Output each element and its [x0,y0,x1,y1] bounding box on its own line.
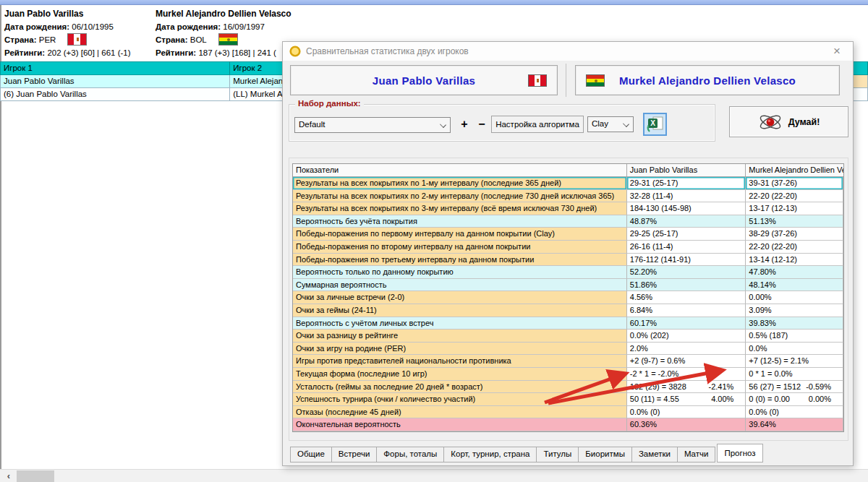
stat-row[interactable]: Победы-поражения по второму интервалу на… [293,241,843,254]
close-icon[interactable]: × [830,44,844,59]
dialog-tab-bar: ОбщиеВстречиФоры, тоталыКорт, турнир, ст… [290,444,763,462]
chevron-down-icon [440,121,446,128]
stat-value: 0.0% [746,343,843,356]
stat-value: 0.0% (202) [627,330,746,343]
player1-dob-line: Дата рождения: 06/10/1995 [4,20,131,33]
stat-value: 13-17 (12-13) [746,202,843,215]
stat-label: Очки за игру на родине (PER) [293,343,627,356]
horizontal-scrollbar[interactable]: ‹ [0,469,868,482]
stat-label: Очки за геймы (24-11) [293,304,627,317]
stat-value: 56 (27) = 1512-0.59% [746,381,843,394]
dialog-tab[interactable]: Матчи [678,447,716,462]
stat-value: 0 (0) = 0.000.00% [746,393,843,406]
stat-row[interactable]: Результаты на всех покрытиях по 1-му инт… [293,177,843,190]
stat-row[interactable]: Вероятность без учёта покрытия48.87%51.1… [293,215,843,228]
player2-ratings-line: Рейтинги: 187 (+3) [168] | 241 ( [156,46,292,59]
stat-value: +7 (12-5) = 2.1% [746,355,843,368]
dialog-tab[interactable]: Встречи [332,447,378,462]
stat-label: Победы-поражения по первому интервалу на… [293,228,627,241]
stat-value: 47.80% [746,266,843,279]
stat-value: 0.5% (187) [746,330,843,343]
stat-value: 132 (29) = 3828-2.41% [627,381,746,394]
stat-row[interactable]: Усталость (геймы за последние 20 дней * … [293,381,843,394]
stat-value: +2 (9-7) = 0.6% [627,355,746,368]
stat-value: 39.83% [746,317,843,330]
stat-value: 29-31 (25-17) [627,177,746,190]
statistics-table: Показатели Juan Pablo Varillas Murkel Al… [292,163,844,432]
chevron-down-icon [623,121,629,127]
stat-row[interactable]: Текущая форма (последние 10 игр)-2 * 1 =… [293,368,843,381]
header-player2[interactable]: Murkel Alejandro Dellien Velasco [746,164,843,177]
stat-value: 32-28 (11-4) [627,190,746,203]
remove-dataset-button[interactable]: − [475,116,489,133]
player1-name: Juan Pablo Varillas [4,7,131,20]
scrollbar-thumb[interactable] [17,470,54,482]
dialog-tab[interactable]: Прогноз [717,444,762,462]
stat-value: 3.09% [746,304,843,317]
stat-row[interactable]: Очки за геймы (24-11)6.84%3.09% [293,304,843,317]
panel-divider [566,64,566,97]
stat-value: 29-25 (25-17) [627,228,746,241]
stat-value: 60.36% [627,418,746,431]
stat-value: 50 (11) = 4.554.00% [627,393,746,406]
header-indicators[interactable]: Показатели [293,164,627,177]
stat-value: 22-20 (22-20) [746,190,843,203]
stat-row[interactable]: Результаты на всех покрытиях по 3-му инт… [293,202,843,215]
player2-name: Murkel Alejandro Dellien Velasco [156,7,292,20]
dataset-label: Набор данных: [295,99,364,108]
stat-row[interactable]: Отказы (последние 45 дней)0.0% (0)0.0% (… [293,406,843,419]
stat-label: Вероятность только по данному покрытию [293,266,627,279]
stat-row[interactable]: Суммарная вероятность51.86%48.14% [293,279,843,292]
player2-info-block: Murkel Alejandro Dellien Velasco Дата ро… [156,7,292,59]
stat-row[interactable]: Победы-поражения по третьему интервалу н… [293,254,843,267]
dialog-tab[interactable]: Форы, тоталы [377,447,444,462]
comparison-dialog: Сравнительная статистика двух игроков × … [282,41,854,466]
dialog-tab[interactable]: Общие [290,447,332,462]
excel-icon: X [647,116,664,133]
stat-label: Результаты на всех покрытиях по 1-му инт… [293,177,627,190]
statistics-table-header: Показатели Juan Pablo Varillas Murkel Al… [293,164,843,177]
stat-row[interactable]: Вероятность с учётом личных встреч60.17%… [293,317,843,330]
dialog-tab[interactable]: Титулы [537,447,579,462]
stat-row[interactable]: Очки за разницу в рейтинге0.0% (202)0.5%… [293,330,843,343]
peru-flag-icon [528,74,547,87]
surface-select[interactable]: Clay [587,116,634,132]
stat-label: Победы-поражения по второму интервалу на… [293,241,627,254]
dialog-tab[interactable]: Корт, турнир, страна [444,447,537,462]
player1-info-block: Juan Pablo Varillas Дата рождения: 06/10… [4,7,131,59]
header-player1[interactable]: Juan Pablo Varillas [627,164,746,177]
stat-row[interactable]: Очки за игру на родине (PER)2.0%0.0% [293,343,843,356]
stat-label: Очки за личные встречи (2-0) [293,291,627,304]
player2-dob-line: Дата рождения: 16/09/1997 [156,20,292,33]
add-dataset-button[interactable]: + [457,116,472,133]
algorithm-settings-button[interactable]: Настройка алгоритма [491,116,584,133]
player1-country-line: Страна: PER [4,33,131,46]
dataset-select[interactable]: Default [294,117,451,133]
stat-value: 51.86% [627,279,746,292]
stat-value: 0.00% [746,291,843,304]
stat-row[interactable]: Окончательная вероятность60.36%39.64% [293,418,843,431]
dialog-tab[interactable]: Заметки [632,447,678,462]
stat-row[interactable]: Вероятность только по данному покрытию52… [293,266,843,279]
excel-export-button[interactable]: X [643,113,667,136]
player-list-cell: (6) Juan Pablo Varillas [0,88,230,101]
scroll-left-arrow-icon[interactable]: ‹ [3,470,14,482]
grid-header-player1[interactable]: Игрок 1 [0,61,230,75]
stat-row[interactable]: Успешность турнира (очки / количество уч… [293,393,843,406]
dialog-titlebar[interactable]: Сравнительная статистика двух игроков × [283,42,853,61]
player1-dialog-name: Juan Pablo Varillas [373,74,475,87]
stat-value: 52.20% [627,266,746,279]
dialog-tab[interactable]: Биоритмы [579,447,632,462]
think-button[interactable]: Думай! [729,106,848,137]
stat-value: 38-29 (37-26) [746,228,843,241]
stat-label: Результаты на всех покрытиях по 3-му инт… [293,202,627,215]
stat-row[interactable]: Игры против представителей национальност… [293,355,843,368]
stat-label: Отказы (последние 45 дней) [293,406,627,419]
stat-row[interactable]: Результаты на всех покрытиях по 2-му инт… [293,190,843,203]
stat-label: Суммарная вероятность [293,279,627,292]
player-list-cell: Juan Pablo Varillas [0,75,230,88]
stat-label: Окончательная вероятность [293,418,627,431]
stat-row[interactable]: Победы-поражения по первому интервалу на… [293,228,843,241]
player2-header-panel: Murkel Alejandro Dellien Velasco [575,65,840,95]
stat-row[interactable]: Очки за личные встречи (2-0)4.56%0.00% [293,291,843,304]
